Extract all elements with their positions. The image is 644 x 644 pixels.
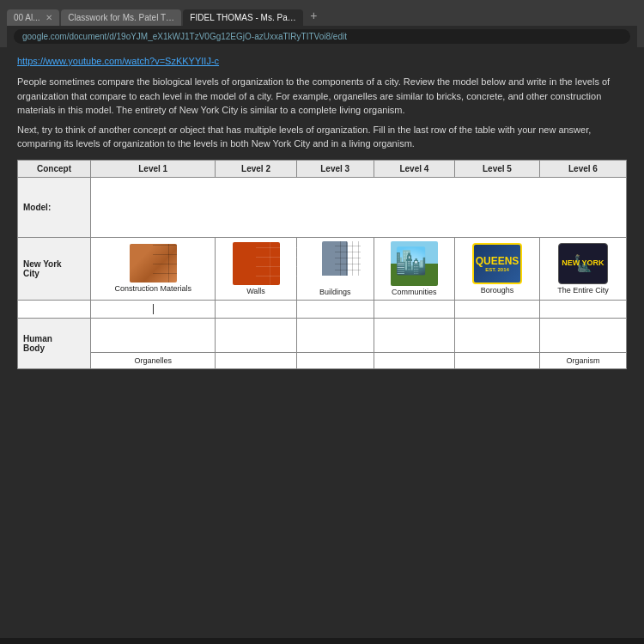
human-body-row: Human Body <box>18 318 627 352</box>
human-level6-cell: Organism <box>539 352 626 368</box>
nyc-level5-cell: QUEENS EST. 2014 Boroughs <box>455 237 540 300</box>
nyc-level2-label: Walls <box>219 287 292 295</box>
nyc-level2-cell: Walls <box>216 237 296 300</box>
levels-table: Concept Level 1 Level 2 Level 3 Level 4 … <box>17 160 627 369</box>
nyc-image: NEW YORK <box>558 243 608 284</box>
queens-image: QUEENS EST. 2014 <box>472 243 522 284</box>
community-image <box>391 241 438 286</box>
description: People sometimes compare the biological … <box>17 75 627 151</box>
nyc-level4-label: Communities <box>378 288 451 296</box>
address-bar[interactable]: google.com/document/d/19oYJM_eX1kWJ1TzV0… <box>14 29 630 44</box>
youtube-link[interactable]: https://www.youtube.com/watch?v=SzKKYYII… <box>17 56 627 66</box>
col-header-level5: Level 5 <box>455 160 540 177</box>
tab-1[interactable]: 00 Al... ✕ <box>7 9 59 26</box>
col-header-level3: Level 3 <box>296 160 374 177</box>
tab-2[interactable]: Classwork for Ms. Patel T2E Fa... ✕ <box>61 9 181 26</box>
queens-label-sub: EST. 2014 <box>485 267 509 272</box>
col-header-concept: Concept <box>18 160 91 177</box>
description-para2: Next, try to think of another concept or… <box>17 123 627 151</box>
cursor-row <box>18 300 627 318</box>
nyc-level6-cell: NEW YORK The Entire City <box>539 237 626 300</box>
tab-3[interactable]: FIDEL THOMAS - Ms. Patel Unit ... ✕ <box>183 9 303 26</box>
bricks-image <box>130 244 177 283</box>
wall-image <box>233 242 280 285</box>
add-tab-button[interactable]: + <box>305 5 322 26</box>
text-cursor <box>153 304 154 314</box>
table-header-row: Concept Level 1 Level 2 Level 3 Level 4 … <box>18 160 627 177</box>
nyc-row: New York City Construction Materials Wal… <box>18 237 627 300</box>
tab-bar: 00 Al... ✕ Classwork for Ms. Patel T2E F… <box>7 5 637 26</box>
nyc-level3-cell: Buildings <box>296 237 374 300</box>
address-bar-row: google.com/document/d/19oYJM_eX1kWJ1TzV0… <box>7 26 637 47</box>
building-tower <box>322 241 348 276</box>
nyc-level1-label: Construction Materials <box>94 284 211 293</box>
nyc-level4-cell: Communities <box>374 237 454 300</box>
col-header-level6: Level 6 <box>539 160 626 177</box>
browser-chrome: 00 Al... ✕ Classwork for Ms. Patel T2E F… <box>0 0 644 47</box>
model-concept-cell: Model: <box>18 177 91 237</box>
nyc-level1-cell: Construction Materials <box>91 237 216 300</box>
organelles-row: Organelles Organism <box>18 352 627 368</box>
human-concept-cell: Human Body <box>18 318 91 368</box>
tab-close-1[interactable]: ✕ <box>46 13 52 22</box>
nyc-concept-cell: New York City <box>18 237 91 300</box>
col-header-level1: Level 1 <box>91 160 216 177</box>
nyc-level5-label: Boroughs <box>459 286 536 295</box>
human-level1-cell: Organelles <box>91 352 216 368</box>
col-header-level2: Level 2 <box>216 160 296 177</box>
page-content: https://www.youtube.com/watch?v=SzKKYYII… <box>0 47 644 638</box>
nyc-level3-label: Buildings <box>301 288 370 296</box>
queens-label-main: QUEENS <box>476 255 519 267</box>
nyc-img-text: NEW YORK <box>562 258 604 268</box>
building-image <box>313 241 357 286</box>
col-header-level4: Level 4 <box>374 160 454 177</box>
model-row: Model: <box>18 177 627 237</box>
nyc-level6-label: The Entire City <box>544 286 623 295</box>
description-para1: People sometimes compare the biological … <box>17 75 627 118</box>
